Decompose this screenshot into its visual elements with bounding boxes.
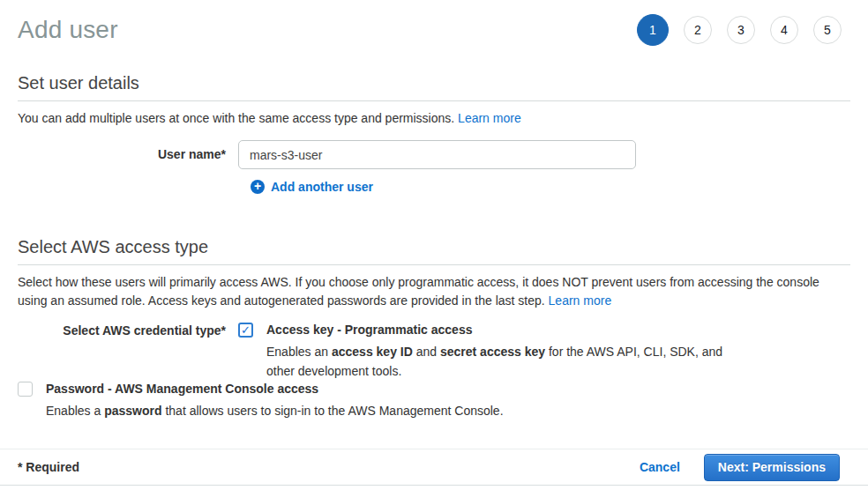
programmatic-access-checkbox[interactable]: ✓ bbox=[238, 323, 253, 338]
desc-text: Enables a bbox=[46, 404, 104, 418]
section-divider bbox=[18, 264, 850, 265]
learn-more-link-access-type[interactable]: Learn more bbox=[549, 293, 612, 308]
credential-type-rows: Select AWS credential type* ✓ Access key… bbox=[18, 322, 850, 420]
step-2: 2 bbox=[684, 16, 712, 44]
section-access-type: Select AWS access type Select how these … bbox=[18, 237, 850, 420]
credential-option-row-1: Select AWS credential type* ✓ Access key… bbox=[18, 322, 850, 381]
user-details-intro: You can add multiple users at once with … bbox=[18, 109, 850, 128]
access-type-intro-text: Select how these users will primarily ac… bbox=[18, 275, 819, 308]
add-another-user-label: Add another user bbox=[271, 180, 373, 194]
desc-text: Enables an bbox=[266, 345, 332, 359]
console-access-title: Password - AWS Management Console access bbox=[46, 381, 504, 397]
user-details-heading: Set user details bbox=[18, 73, 850, 93]
programmatic-access-description: Enables an access key ID and secret acce… bbox=[266, 342, 747, 381]
desc-text: and bbox=[413, 345, 440, 359]
access-type-heading: Select AWS access type bbox=[18, 237, 850, 256]
learn-more-link-user-details[interactable]: Learn more bbox=[458, 111, 521, 125]
step-3: 3 bbox=[727, 16, 755, 44]
option-console-access: Password - AWS Management Console access… bbox=[18, 381, 850, 420]
step-4: 4 bbox=[770, 16, 798, 44]
credential-type-label: Select AWS credential type* bbox=[18, 322, 238, 381]
add-plus-icon: + bbox=[251, 180, 265, 194]
access-type-intro: Select how these users will primarily ac… bbox=[18, 273, 850, 310]
footer-actions: Cancel Next: Permissions bbox=[640, 454, 850, 481]
next-permissions-button[interactable]: Next: Permissions bbox=[704, 454, 840, 481]
user-details-intro-text: You can add multiple users at once with … bbox=[18, 111, 458, 125]
step-5: 5 bbox=[813, 16, 842, 44]
username-label: User name* bbox=[18, 140, 238, 169]
console-access-body: Password - AWS Management Console access… bbox=[46, 381, 504, 420]
wizard-footer: * Required Cancel Next: Permissions bbox=[0, 449, 868, 486]
page-header: Add user 1 2 3 4 5 bbox=[18, 14, 850, 46]
step-1-active: 1 bbox=[637, 14, 669, 46]
section-divider bbox=[18, 100, 850, 101]
add-another-user-button[interactable]: + Add another user bbox=[251, 180, 850, 194]
required-note: * Required bbox=[18, 460, 79, 474]
console-access-checkbox[interactable] bbox=[18, 382, 33, 397]
username-row: User name* bbox=[18, 140, 850, 169]
wizard-step-indicator: 1 2 3 4 5 bbox=[637, 14, 850, 46]
desc-text-bold: secret access key bbox=[440, 345, 545, 359]
checkmark-icon: ✓ bbox=[241, 324, 251, 336]
add-user-page: Add user 1 2 3 4 5 Set user details You … bbox=[0, 0, 868, 490]
desc-text-bold: password bbox=[104, 404, 161, 418]
cancel-button[interactable]: Cancel bbox=[640, 460, 680, 474]
page-title: Add user bbox=[18, 16, 118, 44]
programmatic-access-title: Access key - Programmatic access bbox=[266, 322, 747, 338]
console-access-description: Enables a password that allows users to … bbox=[46, 401, 504, 420]
section-user-details: Set user details You can add multiple us… bbox=[18, 73, 850, 194]
desc-text-bold: access key ID bbox=[332, 345, 413, 359]
username-input[interactable] bbox=[238, 140, 636, 169]
programmatic-access-body: Access key - Programmatic access Enables… bbox=[266, 322, 747, 381]
desc-text: that allows users to sign-in to the AWS … bbox=[162, 404, 504, 418]
option-programmatic-access: ✓ Access key - Programmatic access Enabl… bbox=[238, 322, 747, 381]
